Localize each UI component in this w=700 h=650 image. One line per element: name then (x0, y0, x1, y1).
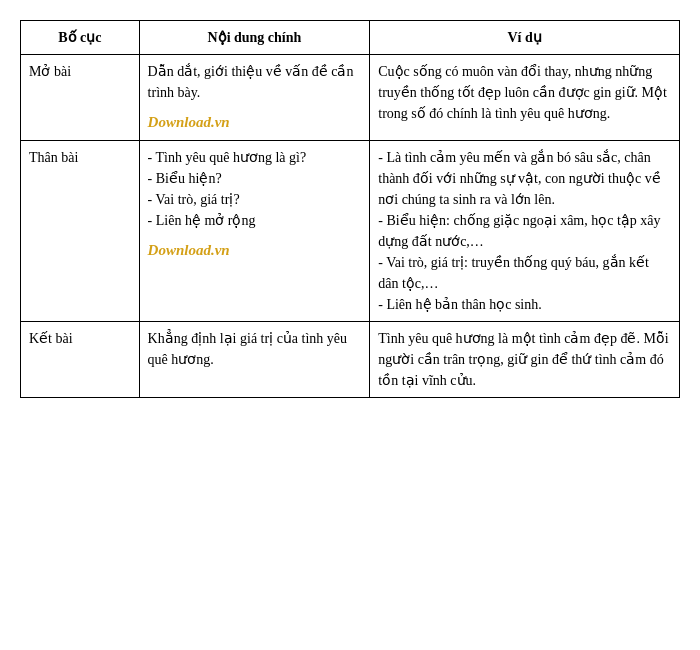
watermark-label: Download.vn (148, 239, 362, 262)
noidung-line: Dẫn dắt, giới thiệu về vấn đề cần trình … (148, 64, 354, 100)
section-cell-1: Thân bài (21, 140, 140, 321)
vidu-line: Tình yêu quê hương là một tình cảm đẹp đ… (378, 331, 668, 388)
vidu-cell-1: - Là tình cảm yêu mến và gắn bó sâu sắc,… (370, 140, 680, 321)
noidung-line: - Biểu hiện? (148, 171, 222, 186)
noidung-line: - Vai trò, giá trị? (148, 192, 240, 207)
noidung-line: Khẳng định lại giá trị của tình yêu quê … (148, 331, 347, 367)
main-table-wrapper: Bố cục Nội dung chính Ví dụ Mở bàiDẫn dắ… (20, 20, 680, 398)
watermark-label: Download.vn (148, 111, 362, 134)
vidu-line: - Biểu hiện: chống giặc ngoại xâm, học t… (378, 213, 660, 249)
noidung-line: - Tình yêu quê hương là gì? (148, 150, 307, 165)
noidung-cell-1: - Tình yêu quê hương là gì?- Biểu hiện?-… (139, 140, 370, 321)
section-cell-0: Mở bài (21, 55, 140, 141)
header-noi-dung: Nội dung chính (139, 21, 370, 55)
vidu-cell-0: Cuộc sống có muôn vàn đổi thay, nhưng nh… (370, 55, 680, 141)
header-vi-du: Ví dụ (370, 21, 680, 55)
section-cell-2: Kết bài (21, 321, 140, 397)
content-table: Bố cục Nội dung chính Ví dụ Mở bàiDẫn dắ… (20, 20, 680, 398)
vidu-line: - Là tình cảm yêu mến và gắn bó sâu sắc,… (378, 150, 660, 207)
vidu-line: - Liên hệ bản thân học sinh. (378, 297, 541, 312)
noidung-cell-2: Khẳng định lại giá trị của tình yêu quê … (139, 321, 370, 397)
vidu-line: Cuộc sống có muôn vàn đổi thay, nhưng nh… (378, 64, 667, 121)
noidung-line: - Liên hệ mở rộng (148, 213, 256, 228)
header-bo-cuc: Bố cục (21, 21, 140, 55)
vidu-line: - Vai trò, giá trị: truyền thống quý báu… (378, 255, 649, 291)
noidung-cell-0: Dẫn dắt, giới thiệu về vấn đề cần trình … (139, 55, 370, 141)
vidu-cell-2: Tình yêu quê hương là một tình cảm đẹp đ… (370, 321, 680, 397)
